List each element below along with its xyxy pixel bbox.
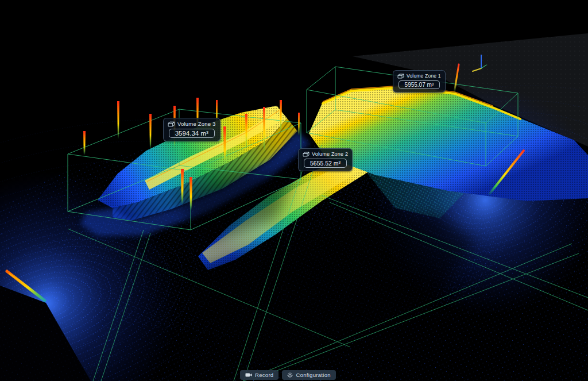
gear-icon — [287, 372, 293, 378]
volume-cube-icon — [397, 74, 404, 79]
zone-volume-value: 3594.34 m³ — [169, 129, 215, 138]
viewport-3d[interactable] — [0, 0, 588, 381]
zone-volume-value: 5655.52 m³ — [304, 159, 347, 168]
volume-zone-3-label[interactable]: Volume Zone 3 3594.34 m³ — [163, 118, 220, 141]
configuration-button[interactable]: Configuration — [282, 370, 335, 380]
volume-zone-2-label[interactable]: Volume Zone 2 5655.52 m³ — [298, 148, 353, 171]
app-window: Volume Zone 1 5955.07 m³ Volume Zone 2 5… — [0, 0, 588, 381]
zone-name: Volume Zone 1 — [407, 73, 441, 79]
zone-label-header: Volume Zone 1 — [397, 73, 441, 79]
bottom-toolbar: Record Configuration — [240, 370, 336, 380]
zone-label-header: Volume Zone 2 — [303, 151, 348, 157]
zone-label-header: Volume Zone 3 — [168, 121, 216, 127]
configuration-label: Configuration — [296, 372, 330, 378]
zone-volume-value: 5955.07 m³ — [399, 80, 440, 89]
video-camera-icon — [245, 372, 252, 378]
record-label: Record — [255, 372, 273, 378]
zone-name: Volume Zone 3 — [177, 121, 216, 127]
volume-cube-icon — [168, 121, 175, 127]
zone-name: Volume Zone 2 — [312, 151, 348, 157]
record-button[interactable]: Record — [240, 370, 278, 380]
volume-cube-icon — [303, 152, 310, 157]
volume-zone-1-label[interactable]: Volume Zone 1 5955.07 m³ — [393, 70, 446, 93]
